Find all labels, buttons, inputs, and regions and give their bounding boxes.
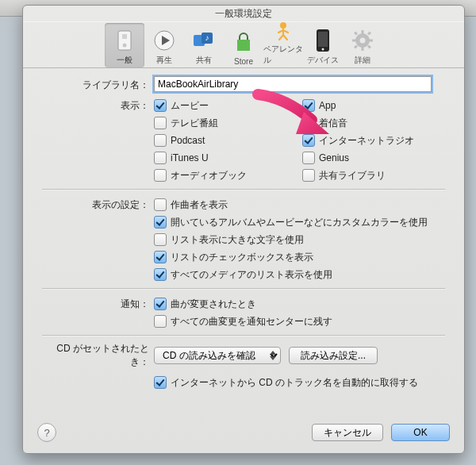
checkbox-shared-lib[interactable]: 共有ライブラリ xyxy=(302,167,414,184)
cancel-button[interactable]: キャンセル xyxy=(312,424,383,441)
checkbox-genius[interactable]: Genius xyxy=(302,149,414,167)
checkbox-tones[interactable]: 着信音 xyxy=(302,114,414,132)
tab-label: ペアレンタル xyxy=(263,44,303,66)
gear-icon xyxy=(351,29,374,52)
svg-rect-18 xyxy=(354,32,358,36)
checkbox-label: インターネットラジオ xyxy=(319,134,414,148)
cd-insert-label: CD がセットされたとき： xyxy=(42,342,154,369)
ok-button[interactable]: OK xyxy=(391,424,450,441)
content-area: ライブラリ名： 表示： ムービー テレビ番組 Podcast iTunes U … xyxy=(23,68,464,391)
checkbox-label: Podcast xyxy=(171,135,205,146)
notify-label: 通知： xyxy=(42,295,154,311)
checkbox-large-text[interactable]: リスト表示に大きな文字を使用 xyxy=(154,231,445,248)
svg-rect-21 xyxy=(354,45,358,49)
checkbox-app[interactable]: App xyxy=(302,97,414,114)
library-name-input[interactable] xyxy=(154,76,432,92)
checkbox-audiobook[interactable]: オーディオブック xyxy=(154,167,247,184)
checkbox-song-changed[interactable]: 曲が変更されたとき xyxy=(154,295,445,313)
cd-action-select[interactable]: CD の読み込みを確認 xyxy=(154,347,281,364)
checkbox-label: 作曲者を表示 xyxy=(171,198,228,212)
tab-playback[interactable]: 再生 xyxy=(144,23,184,67)
sheet-title: 一般環境設定 xyxy=(23,6,464,21)
checkbox-list-checkboxes[interactable]: リストのチェックボックスを表示 xyxy=(154,248,445,266)
svg-rect-1 xyxy=(122,34,127,39)
show-left-column: ムービー テレビ番組 Podcast iTunes U オーディオブック xyxy=(154,97,247,184)
separator xyxy=(42,335,445,336)
checkbox-label: ムービー xyxy=(171,99,209,113)
checkbox-label: 共有ライブラリ xyxy=(319,169,386,183)
tab-devices[interactable]: デバイス xyxy=(303,23,343,67)
tab-label: 一般 xyxy=(117,55,132,66)
play-icon xyxy=(152,29,176,52)
checkbox-label: Genius xyxy=(319,152,349,163)
tab-label: 詳細 xyxy=(355,55,370,66)
checkbox-label: 曲が変更されたとき xyxy=(171,298,256,311)
general-icon xyxy=(113,29,136,52)
svg-point-13 xyxy=(360,38,366,44)
checkbox-label: テレビ番組 xyxy=(171,117,218,130)
checkbox-label: インターネットから CD のトラック名を自動的に取得する xyxy=(171,376,418,390)
checkbox-label: すべてのメディアのリスト表示を使用 xyxy=(171,268,332,282)
checkbox-itunesu[interactable]: iTunes U xyxy=(154,149,247,167)
show-label: 表示： xyxy=(42,97,154,113)
checkbox-label: リスト表示に大きな文字を使用 xyxy=(171,233,304,247)
footer: ? キャンセル OK xyxy=(37,423,450,442)
store-icon xyxy=(232,31,255,55)
tab-sharing[interactable]: ♪ 共有 xyxy=(184,23,224,67)
svg-rect-15 xyxy=(362,47,364,51)
svg-point-8 xyxy=(280,22,286,29)
checkbox-label: iTunes U xyxy=(171,152,209,163)
sharing-icon: ♪ xyxy=(192,29,216,52)
separator xyxy=(42,288,445,289)
help-button[interactable]: ? xyxy=(37,423,56,442)
help-icon: ? xyxy=(44,427,49,439)
import-settings-button[interactable]: 読み込み設定... xyxy=(289,347,378,364)
svg-text:♪: ♪ xyxy=(205,33,209,42)
svg-rect-16 xyxy=(352,40,356,42)
tab-parental[interactable]: ペアレンタル xyxy=(263,23,303,67)
separator xyxy=(42,189,445,190)
checkbox-label: 開いているアルバムやムービーなどにカスタムカラーを使用 xyxy=(171,216,428,229)
parental-icon xyxy=(271,19,295,41)
checkbox-label: 着信音 xyxy=(319,117,347,130)
checkbox-keep-in-center[interactable]: すべての曲変更を通知センターに残す xyxy=(154,313,445,330)
preferences-sheet: 一般環境設定 一般 再生 ♪ 共有 xyxy=(22,5,465,454)
svg-rect-17 xyxy=(369,40,373,42)
tab-store[interactable]: Store xyxy=(224,23,263,67)
show-right-column: App 着信音 インターネットラジオ Genius 共有ライブラリ xyxy=(302,97,414,184)
tab-label: 再生 xyxy=(156,55,172,66)
checkbox-label: すべての曲変更を通知センターに残す xyxy=(171,315,332,329)
svg-rect-20 xyxy=(367,32,371,36)
checkbox-internet-radio[interactable]: インターネットラジオ xyxy=(302,132,414,149)
tab-label: Store xyxy=(234,57,253,66)
checkbox-tv[interactable]: テレビ番組 xyxy=(154,114,247,132)
svg-point-2 xyxy=(123,44,127,48)
tab-general[interactable]: 一般 xyxy=(105,23,144,67)
svg-rect-14 xyxy=(362,30,364,34)
checkbox-podcast[interactable]: Podcast xyxy=(154,132,247,149)
svg-point-11 xyxy=(322,48,324,51)
checkbox-all-media-list[interactable]: すべてのメディアのリスト表示を使用 xyxy=(154,266,445,283)
pref-toolbar: 一般 再生 ♪ 共有 Store xyxy=(23,21,464,68)
tab-advanced[interactable]: 詳細 xyxy=(343,23,382,67)
checkbox-label: App xyxy=(319,100,336,111)
devices-icon xyxy=(311,29,335,52)
checkbox-label: リストのチェックボックスを表示 xyxy=(171,251,313,264)
view-settings-label: 表示の設定： xyxy=(42,196,154,212)
library-name-label: ライブラリ名： xyxy=(42,76,154,92)
svg-rect-10 xyxy=(318,32,328,47)
tab-label: デバイス xyxy=(307,55,339,66)
checkbox-custom-color[interactable]: 開いているアルバムやムービーなどにカスタムカラーを使用 xyxy=(154,213,445,231)
svg-rect-19 xyxy=(367,45,371,49)
tab-label: 共有 xyxy=(196,55,212,66)
checkbox-auto-track-names[interactable]: インターネットから CD のトラック名を自動的に取得する xyxy=(154,374,445,391)
checkbox-label: オーディオブック xyxy=(171,169,247,183)
checkbox-show-composer[interactable]: 作曲者を表示 xyxy=(154,196,445,213)
checkbox-movies[interactable]: ムービー xyxy=(154,97,247,114)
